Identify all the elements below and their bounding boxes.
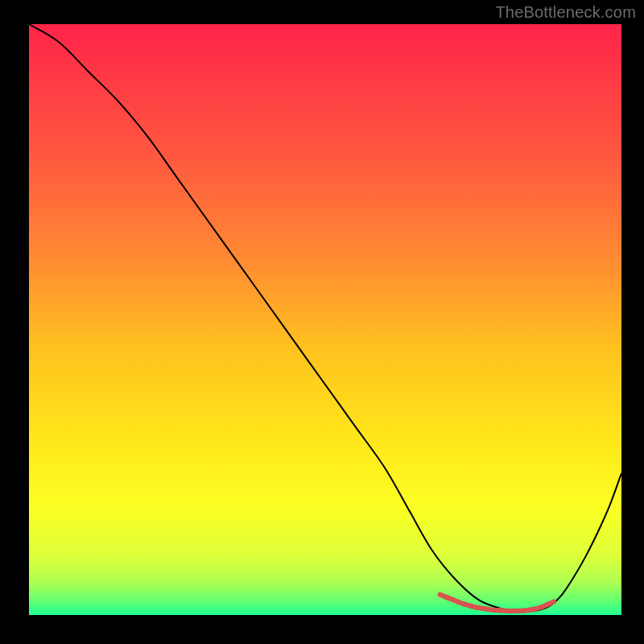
- highlight-dash: [547, 601, 554, 605]
- plot-background: [29, 24, 621, 615]
- chart-container: TheBottleneck.com: [0, 0, 644, 644]
- bottleneck-chart: [0, 0, 644, 644]
- watermark-text: TheBottleneck.com: [495, 3, 636, 22]
